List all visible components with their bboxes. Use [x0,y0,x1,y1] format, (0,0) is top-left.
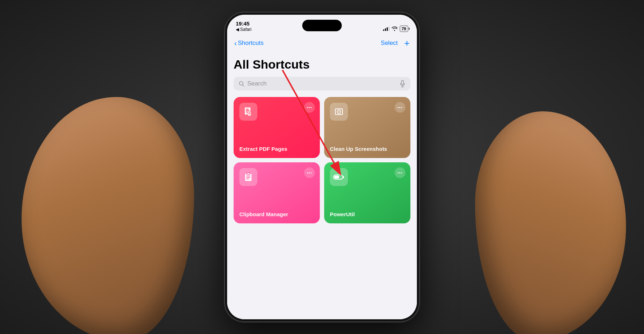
phone-frame: 19:45 ◀ Safari 79 [225,13,419,321]
nav-actions: Select + [381,38,410,48]
svg-line-1 [243,85,244,86]
search-icon [239,81,244,87]
svg-rect-22 [343,176,344,178]
back-button[interactable]: ‹ Shortcuts [234,39,263,47]
page-title: All Shortcuts [234,58,410,71]
phone-screen: 19:45 ◀ Safari 79 [227,15,417,319]
card-more-cleanup[interactable]: ••• [395,102,405,113]
battery-icon: 79 [400,25,408,32]
shortcuts-grid: ••• Extract PDF Pages ••• Clean Up Scree… [234,97,410,223]
nav-bar: ‹ Shortcuts Select + [227,35,417,51]
card-icon-clipboard [239,168,257,186]
card-more-clipboard[interactable]: ••• [304,167,315,178]
shortcut-card-cleanup[interactable]: ••• Clean Up Screenshots [324,97,410,158]
status-right: 79 [383,25,408,32]
status-time: 19:45 [236,20,252,27]
svg-rect-6 [246,109,249,110]
shortcut-card-clipboard[interactable]: ••• Clipboard Manager [234,162,320,223]
card-label-clipboard: Clipboard Manager [239,211,314,218]
svg-rect-7 [246,110,249,111]
card-icon-extract-pdf [239,103,257,121]
svg-rect-21 [334,176,339,178]
battery-level: 79 [402,27,406,31]
card-icon-powerutil [330,168,348,186]
status-left: 19:45 ◀ Safari [236,20,252,32]
search-input[interactable]: Search [247,80,397,87]
signal-icon [383,27,390,31]
card-label-powerutil: PowerUtil [330,211,405,218]
card-more-extract-pdf[interactable]: ••• [304,102,315,113]
select-button[interactable]: Select [381,40,398,47]
add-button[interactable]: + [404,38,410,48]
mic-icon[interactable] [400,80,405,87]
card-label-extract-pdf: Extract PDF Pages [239,145,314,153]
wifi-icon [392,27,397,31]
shortcut-card-powerutil[interactable]: ••• PowerUtil [324,162,410,223]
card-label-cleanup: Clean Up Screenshots [330,145,405,153]
back-label: Shortcuts [238,40,264,47]
back-chevron-icon: ‹ [234,39,237,47]
card-more-powerutil[interactable]: ••• [395,167,405,178]
shortcut-card-extract-pdf[interactable]: ••• Extract PDF Pages [234,97,320,158]
search-bar[interactable]: Search [234,77,410,91]
card-icon-cleanup [330,103,348,121]
main-content: All Shortcuts Search [227,51,417,319]
svg-point-14 [339,111,340,112]
status-back-label[interactable]: ◀ Safari [236,27,252,32]
dynamic-island [302,20,342,31]
svg-rect-16 [247,173,250,175]
svg-rect-2 [401,80,404,84]
